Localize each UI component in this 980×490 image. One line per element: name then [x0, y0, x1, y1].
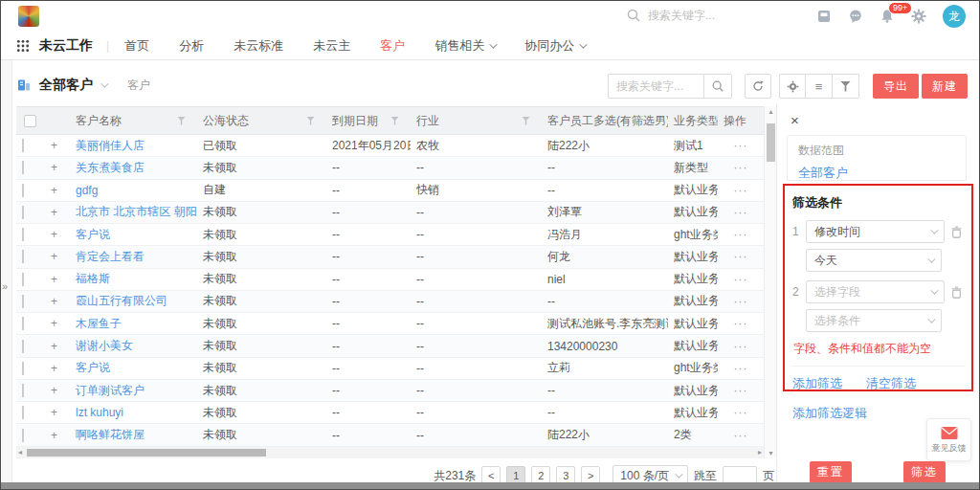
customer-name-link[interactable]: 客户说 [70, 227, 197, 243]
nav-item-home[interactable]: 首页 [124, 37, 149, 55]
row-expand-button[interactable]: + [45, 139, 70, 152]
settings-button[interactable] [779, 74, 806, 99]
row-expand-button[interactable]: + [45, 273, 70, 286]
delete-condition-icon[interactable] [949, 285, 964, 300]
customer-name-link[interactable]: 霞山五行有限公司 [70, 293, 197, 309]
row-expand-button[interactable]: + [45, 429, 70, 442]
customer-name-link[interactable]: 客户说 [70, 360, 197, 376]
row-expand-button[interactable]: + [45, 161, 70, 174]
table-row[interactable]: +木屋鱼子未领取----测试私池账号.李东亮测试...默认业务类型··· [16, 313, 764, 335]
row-checkbox[interactable] [22, 139, 24, 152]
customer-name-link[interactable]: 啊咯鲜花饼屋 [70, 427, 197, 443]
table-row[interactable]: +客户说未领取----立莉ght业务类型··· [16, 358, 764, 380]
view-title[interactable]: 全部客户 [39, 77, 93, 94]
row-checkbox[interactable] [22, 228, 24, 241]
workspace-title[interactable]: 未云工作 [39, 37, 93, 55]
customer-name-link[interactable]: 北京市 北京市辖区 朝阳区 [70, 204, 197, 220]
nav-item-analysis[interactable]: 分析 [179, 37, 204, 55]
filter-toggle-button[interactable] [833, 74, 859, 99]
row-expand-button[interactable]: + [45, 384, 70, 397]
customer-name-link[interactable]: 关东煮美食店 [70, 160, 197, 176]
row-actions-button[interactable]: ··· [718, 295, 764, 308]
vertical-scrollbar[interactable]: ▴ ▾ [764, 106, 776, 458]
delete-condition-icon[interactable] [949, 225, 964, 239]
row-checkbox[interactable] [22, 340, 24, 353]
apply-filter-button[interactable]: 筛选 [903, 461, 946, 483]
filter-icon[interactable] [522, 117, 530, 125]
expand-handle[interactable]: » [2, 280, 8, 292]
customer-name-link[interactable]: 肯定会上看看 [70, 249, 197, 265]
condition-value-select[interactable]: 今天 [806, 249, 942, 272]
row-actions-button[interactable]: ··· [718, 206, 764, 219]
nav-item-main[interactable]: 未云主 [313, 37, 350, 55]
row-actions-button[interactable]: ··· [718, 317, 764, 330]
data-scope-value[interactable]: 全部客户 [798, 165, 955, 182]
table-row[interactable]: +肯定会上看看未领取----何龙默认业务类型··· [16, 246, 764, 268]
clear-filter-link[interactable]: 清空筛选 [866, 375, 916, 392]
select-all-checkbox[interactable] [24, 115, 36, 127]
table-row[interactable]: +lzt kuhuyi未领取------默认业务类型··· [16, 402, 764, 424]
reset-button[interactable]: 重置 [810, 461, 852, 483]
row-expand-button[interactable]: + [45, 317, 70, 330]
apps-grid-icon[interactable] [16, 39, 30, 53]
column-header[interactable]: 行业 [411, 107, 542, 134]
row-checkbox[interactable] [22, 406, 24, 419]
refresh-button[interactable] [745, 74, 771, 99]
nav-item-sales[interactable]: 销售相关 [434, 37, 495, 55]
table-row[interactable]: +谢谢小美女未领取----13420000230默认业务类型··· [16, 335, 764, 357]
column-header[interactable]: 到期日期 [326, 107, 411, 134]
row-checkbox[interactable] [22, 429, 24, 442]
table-row[interactable]: +客户说未领取----冯浩月ght业务类型··· [16, 224, 764, 246]
customer-name-link[interactable]: 美丽俏佳人店 [70, 138, 197, 154]
row-checkbox[interactable] [22, 362, 24, 375]
row-expand-button[interactable]: + [45, 406, 70, 419]
table-row[interactable]: +gdfg自建--快销--默认业务类型··· [16, 180, 764, 202]
row-expand-button[interactable]: + [45, 340, 70, 353]
table-row[interactable]: +福格斯未领取----niel默认业务类型··· [16, 269, 764, 291]
condition-value-select[interactable]: 选择条件 [806, 309, 942, 332]
row-actions-button[interactable]: ··· [718, 384, 764, 397]
notebook-icon[interactable] [816, 9, 832, 24]
filter-icon[interactable] [390, 117, 399, 125]
nav-item-customers[interactable]: 客户 [380, 37, 405, 55]
scroll-right-icon[interactable]: ▸ [758, 447, 762, 458]
row-checkbox[interactable] [22, 317, 24, 330]
customer-name-link[interactable]: 订单测试客户 [70, 383, 197, 399]
export-button[interactable]: 导出 [873, 74, 919, 99]
list-search-input[interactable] [608, 74, 703, 99]
customer-name-link[interactable]: gdfg [70, 184, 197, 197]
column-header[interactable]: 客户员工多选(有筛选男) [542, 107, 668, 134]
column-header[interactable]: 业务类型 [668, 107, 718, 134]
app-logo[interactable] [18, 6, 39, 27]
row-actions-button[interactable]: ··· [718, 184, 764, 197]
row-actions-button[interactable]: ··· [718, 250, 764, 263]
horizontal-scrollbar[interactable]: ◂ ▸ [16, 447, 764, 458]
row-actions-button[interactable]: ··· [718, 340, 764, 353]
condition-field-select[interactable]: 选择字段 [806, 280, 945, 303]
row-actions-button[interactable]: ··· [718, 161, 764, 174]
horizontal-scroll-thumb[interactable] [27, 449, 266, 457]
row-checkbox[interactable] [22, 206, 24, 219]
list-view-button[interactable]: ≡ [806, 74, 833, 99]
row-expand-button[interactable]: + [45, 362, 70, 375]
row-checkbox[interactable] [22, 384, 24, 397]
table-row[interactable]: +关东煮美食店未领取------新类型··· [16, 157, 764, 179]
row-actions-button[interactable]: ··· [718, 429, 764, 442]
row-checkbox[interactable] [22, 273, 24, 286]
condition-field-select[interactable]: 修改时间 [806, 220, 945, 243]
table-row[interactable]: +霞山五行有限公司未领取------默认业务类型··· [16, 291, 764, 313]
chat-icon[interactable] [848, 9, 863, 24]
customer-name-link[interactable]: lzt kuhuyi [70, 406, 197, 419]
row-checkbox[interactable] [22, 184, 24, 197]
chevron-down-icon[interactable] [100, 79, 108, 87]
column-header[interactable]: 客户名称 [70, 107, 197, 134]
customer-name-link[interactable]: 谢谢小美女 [70, 338, 197, 354]
row-expand-button[interactable]: + [45, 295, 70, 308]
feedback-widget[interactable]: 意见反馈 [926, 418, 971, 461]
column-header[interactable]: 公海状态 [197, 107, 326, 134]
table-row[interactable]: +啊咯鲜花饼屋未领取----陆222小2类··· [16, 424, 764, 446]
filter-icon[interactable] [306, 117, 315, 125]
table-row[interactable]: +美丽俏佳人店已领取2021年05月20日农牧陆222小测试1··· [16, 135, 764, 157]
row-expand-button[interactable]: + [45, 250, 70, 263]
close-icon[interactable]: × [791, 112, 799, 128]
